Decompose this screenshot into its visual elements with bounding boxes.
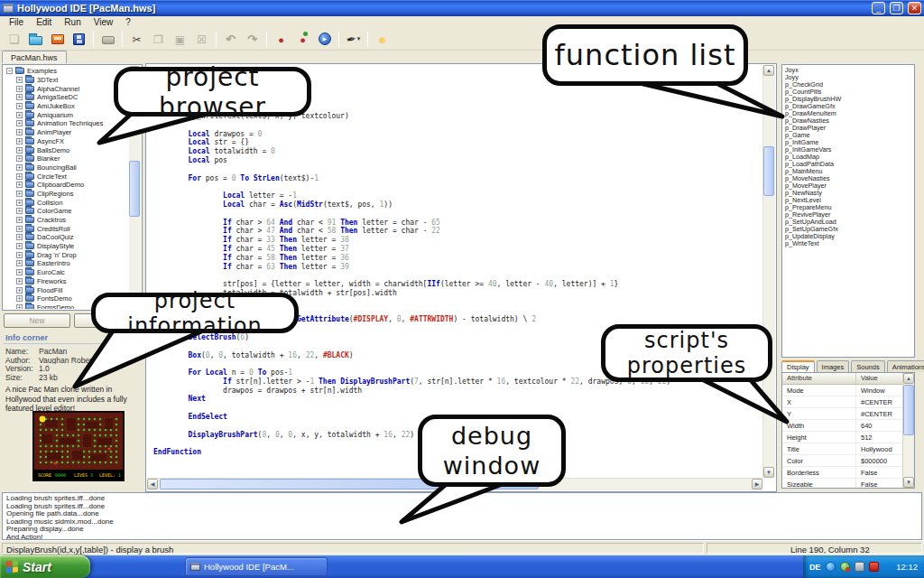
- expand-icon[interactable]: +: [16, 155, 23, 162]
- expand-icon[interactable]: +: [16, 287, 23, 294]
- tree-item[interactable]: +AmigaSeeDC: [5, 93, 129, 102]
- tree-item[interactable]: +DisplayStyle: [5, 242, 129, 251]
- network-icon[interactable]: [855, 562, 864, 572]
- toolbar-save-button[interactable]: [69, 30, 89, 49]
- expand-icon[interactable]: +: [16, 200, 23, 206]
- menu-run[interactable]: Run: [58, 17, 87, 27]
- toolbar-close-button[interactable]: [191, 30, 212, 49]
- expand-icon[interactable]: +: [16, 77, 23, 83]
- expand-icon[interactable]: +: [16, 260, 23, 266]
- properties-scrollbar[interactable]: ▲ ▼: [902, 373, 914, 488]
- tree-item[interactable]: +Fireworks: [5, 277, 129, 286]
- tab-pacman-hws[interactable]: PacMan.hws: [2, 51, 67, 63]
- properties-scroll-thumb[interactable]: [903, 385, 914, 435]
- toolbar-copy-button[interactable]: [148, 30, 169, 49]
- expand-icon[interactable]: +: [16, 278, 23, 284]
- menu-view[interactable]: View: [88, 17, 120, 27]
- expand-icon[interactable]: +: [16, 226, 23, 232]
- tree-item[interactable]: +Blanker: [5, 154, 129, 163]
- tree-item[interactable]: +AsyncFX: [5, 137, 129, 146]
- minimize-button[interactable]: _: [872, 2, 885, 14]
- tree-item[interactable]: +AlphaChannel: [5, 84, 129, 93]
- tree-item[interactable]: +BallsDemo: [5, 145, 129, 154]
- property-row[interactable]: Height512: [782, 432, 902, 443]
- expand-icon[interactable]: +: [16, 217, 23, 223]
- tree-item[interactable]: +Cracktros: [5, 216, 129, 225]
- editor-vertical-scrollbar[interactable]: ▲ ▼: [762, 65, 775, 478]
- expand-icon[interactable]: +: [16, 269, 23, 275]
- toolbar-redo-button[interactable]: [242, 30, 263, 49]
- tree-item[interactable]: +ClipRegions: [5, 190, 129, 199]
- tree-item[interactable]: +EasterIntro: [5, 259, 129, 268]
- scroll-right-icon[interactable]: ▶: [752, 479, 762, 489]
- toolbar-undo-button[interactable]: [220, 30, 241, 49]
- tree-item[interactable]: +Amiquarium: [5, 110, 129, 119]
- tree-item[interactable]: +ColorGame: [5, 207, 129, 216]
- messenger-icon[interactable]: [826, 562, 836, 572]
- toolbar-run-button[interactable]: [314, 30, 335, 49]
- tree-item[interactable]: +Animation Techniques: [5, 119, 129, 128]
- menu-file[interactable]: File: [3, 17, 30, 27]
- tab-images[interactable]: Images: [817, 360, 850, 372]
- toolbar-check-button[interactable]: [271, 30, 291, 49]
- expand-icon[interactable]: +: [16, 304, 23, 309]
- property-row[interactable]: X#CENTER: [782, 396, 902, 408]
- editor-vscroll-thumb[interactable]: [763, 146, 774, 196]
- function-list-item[interactable]: Joyx: [785, 67, 914, 74]
- expand-icon[interactable]: +: [16, 243, 23, 249]
- menu-edit[interactable]: Edit: [30, 17, 58, 27]
- toolbar-new-button[interactable]: [4, 30, 24, 49]
- tab-animations[interactable]: Animations: [887, 360, 924, 372]
- expand-icon[interactable]: +: [16, 147, 23, 154]
- tree-item[interactable]: +CircleText: [5, 172, 129, 181]
- property-row[interactable]: Width640: [782, 420, 902, 432]
- property-row[interactable]: BorderlessFalse: [782, 467, 902, 479]
- toolbar-compile-button[interactable]: [292, 30, 313, 49]
- scroll-up-icon[interactable]: ▲: [903, 373, 914, 384]
- property-row[interactable]: Y#CENTER: [782, 408, 902, 420]
- tab-sounds[interactable]: Sounds: [851, 360, 884, 372]
- expand-icon[interactable]: +: [16, 103, 23, 109]
- tree-item[interactable]: +BouncingBall: [5, 163, 129, 172]
- scroll-down-icon[interactable]: ▼: [903, 477, 914, 488]
- expand-icon[interactable]: +: [16, 208, 23, 214]
- function-list-item[interactable]: p_WriteText: [785, 240, 914, 247]
- tree-item[interactable]: +EuroCalc: [5, 268, 129, 277]
- tree-item[interactable]: +AnimPlayer: [5, 128, 129, 137]
- property-row[interactable]: ModeWindow: [782, 385, 902, 396]
- property-row[interactable]: TitleHollywood: [782, 443, 902, 455]
- scroll-up-icon[interactable]: ▲: [763, 65, 774, 76]
- close-button[interactable]: ✕: [908, 2, 921, 14]
- tree-item[interactable]: +Drag 'n' Drop: [5, 250, 129, 259]
- expand-icon[interactable]: +: [16, 295, 23, 302]
- toolbar-pen-button[interactable]: ▾: [343, 30, 364, 49]
- menu-help[interactable]: ?: [119, 17, 137, 27]
- language-indicator[interactable]: DE: [809, 563, 821, 572]
- tab-display[interactable]: Display: [781, 360, 815, 372]
- taskbar-app-button[interactable]: Hollywood IDE [PacM...: [185, 557, 328, 576]
- toolbar-cut-button[interactable]: [126, 30, 147, 49]
- tree-item[interactable]: −Examples: [5, 67, 129, 76]
- toolbar-bulb-button[interactable]: [372, 30, 393, 49]
- tray-app-icon[interactable]: [840, 562, 850, 572]
- scroll-left-icon[interactable]: ◀: [147, 479, 158, 489]
- expand-icon[interactable]: +: [16, 234, 23, 240]
- tree-item[interactable]: +DaCoolQuiz: [5, 233, 129, 242]
- property-row[interactable]: SizeableFalse: [782, 479, 902, 489]
- tree-item[interactable]: +Collision: [5, 198, 129, 207]
- tree-scroll-thumb[interactable]: [129, 161, 140, 217]
- expand-icon[interactable]: +: [16, 164, 23, 171]
- toolbar-print-button[interactable]: [97, 30, 118, 49]
- tree-item[interactable]: +AmiJukeBox: [5, 102, 129, 111]
- expand-icon[interactable]: +: [16, 138, 23, 144]
- new-project-button[interactable]: New: [4, 313, 70, 328]
- expand-icon[interactable]: +: [16, 112, 23, 118]
- tree-item[interactable]: +ClipboardDemo: [5, 181, 129, 190]
- tree-item[interactable]: +3DText: [5, 76, 129, 85]
- scroll-down-icon[interactable]: ▼: [763, 467, 774, 478]
- property-row[interactable]: Color$000000: [782, 455, 902, 467]
- expand-icon[interactable]: +: [16, 120, 23, 126]
- start-button[interactable]: Start: [0, 555, 90, 578]
- expand-icon[interactable]: +: [16, 94, 23, 100]
- expand-icon[interactable]: +: [16, 173, 23, 180]
